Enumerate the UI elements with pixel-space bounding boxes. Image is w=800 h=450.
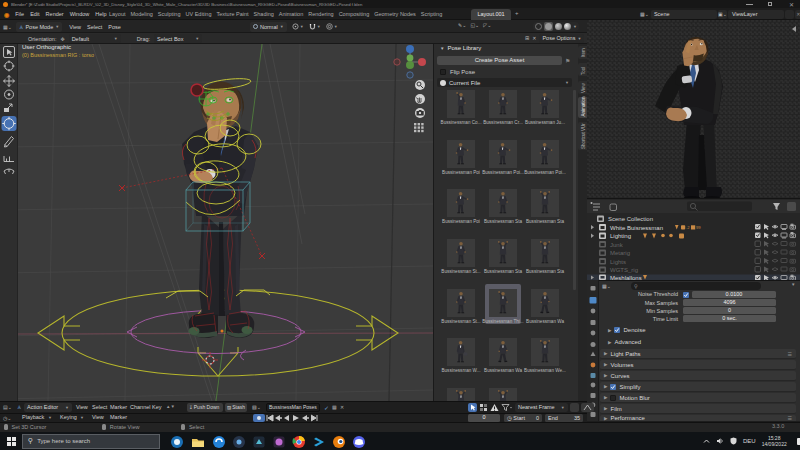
svg-text:Lighting: Lighting <box>610 233 631 239</box>
svg-text:Shortcut VUr: Shortcut VUr <box>581 123 586 149</box>
svg-text:Item: Item <box>581 48 586 57</box>
svg-text:WGTS_rig: WGTS_rig <box>610 267 638 273</box>
svg-text:.2: .2 <box>686 225 690 230</box>
svg-text:99: 99 <box>696 225 701 230</box>
svg-text:Tool: Tool <box>581 67 586 75</box>
svg-text:Metarig: Metarig <box>610 250 630 256</box>
svg-text:View: View <box>581 83 586 93</box>
svg-text:Animation: Animation <box>581 96 586 117</box>
svg-text:Scene Collection: Scene Collection <box>608 216 653 222</box>
svg-text:Junk: Junk <box>610 242 624 248</box>
svg-text:White Buisnessman: White Buisnessman <box>610 225 663 231</box>
svg-text:Lights: Lights <box>610 259 626 265</box>
